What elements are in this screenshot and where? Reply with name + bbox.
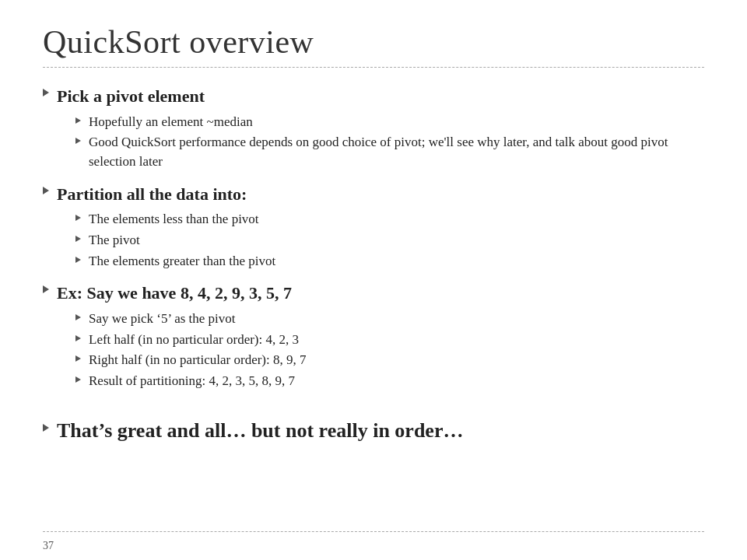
- title-divider: [43, 67, 704, 68]
- arrow-icon-2-3: [75, 257, 81, 263]
- list-item: Right half (in no particular order): 8, …: [75, 351, 704, 370]
- arrow-icon-3-1: [75, 314, 81, 320]
- list-item: Good QuickSort performance depends on go…: [75, 133, 704, 171]
- list-item: Hopefully an element ~median: [75, 113, 704, 132]
- arrow-icon-1: [43, 89, 49, 96]
- arrow-icon-2-2: [75, 236, 81, 242]
- slide-number: 37: [43, 540, 54, 552]
- list-item: Say we pick ‘5’ as the pivot: [75, 310, 704, 329]
- arrow-icon-2-1: [75, 215, 81, 221]
- partition-child-2: The pivot: [89, 231, 140, 250]
- bottom-bullet-text: That’s great and all… but not really in …: [57, 417, 463, 444]
- section-pick-pivot: Pick a pivot element: [43, 85, 704, 108]
- slide-title: QuickSort overview: [43, 23, 704, 61]
- example-child-4: Result of partitioning: 4, 2, 3, 5, 8, 9…: [89, 372, 295, 391]
- list-item: Result of partitioning: 4, 2, 3, 5, 8, 9…: [75, 372, 704, 391]
- content-area: Pick a pivot element Hopefully an elemen…: [43, 82, 704, 531]
- section-example: Ex: Say we have 8, 4, 2, 9, 3, 5, 7: [43, 282, 704, 305]
- section-pick-pivot-children: Hopefully an element ~median Good QuickS…: [75, 113, 704, 173]
- arrow-icon-bottom: [43, 424, 49, 432]
- list-item: The pivot: [75, 231, 704, 250]
- slide: QuickSort overview Pick a pivot element …: [0, 0, 747, 560]
- partition-child-1: The elements less than the pivot: [89, 210, 259, 229]
- bottom-bullet: That’s great and all… but not really in …: [43, 417, 704, 444]
- arrow-icon-3-2: [75, 335, 81, 341]
- arrow-icon-2: [43, 187, 49, 194]
- arrow-icon-3: [43, 285, 49, 293]
- pick-pivot-child-2: Good QuickSort performance depends on go…: [89, 133, 704, 171]
- list-item: Left half (in no particular order): 4, 2…: [75, 331, 704, 350]
- section-example-label: Ex: Say we have 8, 4, 2, 9, 3, 5, 7: [57, 282, 292, 305]
- arrow-icon-1-2: [75, 138, 81, 144]
- arrow-icon-3-4: [75, 376, 81, 383]
- arrow-icon-1-1: [75, 117, 81, 124]
- section-example-children: Say we pick ‘5’ as the pivot Left half (…: [75, 310, 704, 393]
- section-pick-pivot-label: Pick a pivot element: [57, 85, 205, 108]
- section-partition: Partition all the data into:: [43, 183, 704, 206]
- bottom-divider: [43, 531, 704, 532]
- partition-child-3: The elements greater than the pivot: [89, 252, 275, 271]
- list-item: The elements greater than the pivot: [75, 252, 704, 271]
- list-item: The elements less than the pivot: [75, 210, 704, 229]
- example-child-2: Left half (in no particular order): 4, 2…: [89, 331, 299, 350]
- section-partition-children: The elements less than the pivot The piv…: [75, 210, 704, 272]
- section-partition-label: Partition all the data into:: [57, 183, 247, 206]
- arrow-icon-3-3: [75, 355, 81, 362]
- pick-pivot-child-1: Hopefully an element ~median: [89, 113, 253, 132]
- example-child-3: Right half (in no particular order): 8, …: [89, 351, 306, 370]
- example-child-1: Say we pick ‘5’ as the pivot: [89, 310, 236, 329]
